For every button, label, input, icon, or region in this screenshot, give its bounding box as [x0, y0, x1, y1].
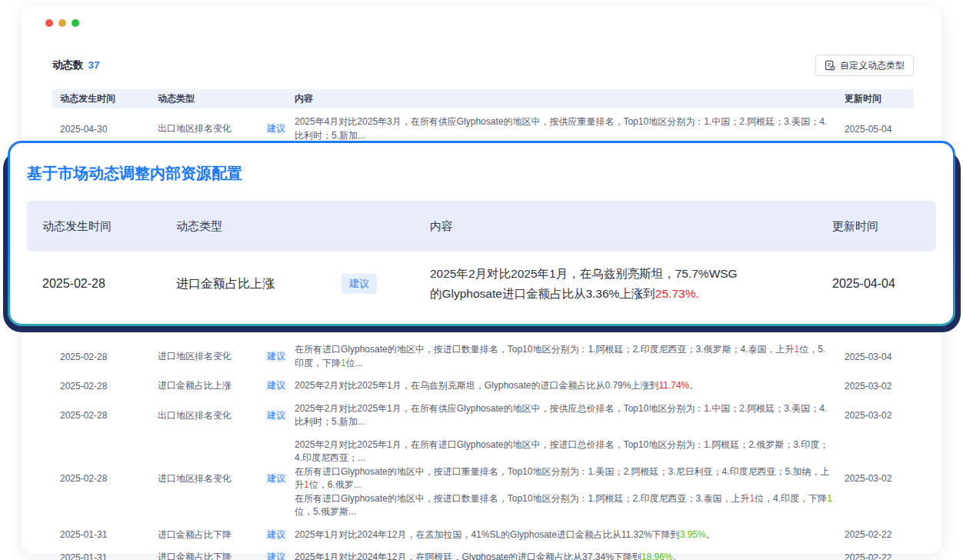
- overlay-row-updated: 2025-04-04: [832, 277, 921, 291]
- col-header-time: 动态发生时间: [52, 92, 158, 105]
- table-row[interactable]: 2025-02-28出口地区排名变化建议2025年2月对比2025年1月，在所有…: [52, 398, 914, 434]
- row-type: 进口地区排名变化: [158, 472, 265, 485]
- table-row[interactable]: 2025-01-31进口金额占比下降建议2025年1月对比2024年12月，在孟…: [52, 524, 914, 547]
- customize-dynamic-type-button[interactable]: 自定义动态类型: [815, 55, 914, 76]
- row-type: 进口金额占比下降: [158, 551, 265, 560]
- row-time: 2025-02-28: [52, 473, 158, 484]
- overlay-col-header-content: 内容: [430, 219, 832, 234]
- overlay-row-time: 2025-02-28: [42, 277, 176, 291]
- overlay-row-content: 2025年2月对比2025年1月，在乌兹别亮斯坦，75.7%WSG的Glypho…: [430, 264, 832, 304]
- suggestion-tag: 建议: [265, 410, 287, 421]
- row-content: 在所有进口Glyphosate的地区中，按进口数量排名，Top10地区分别为：1…: [295, 343, 845, 370]
- row-updated: 2025-03-02: [845, 473, 914, 484]
- window-controls: [45, 19, 79, 27]
- suggestion-tag: 建议: [265, 380, 287, 391]
- table-row[interactable]: 2025-02-28进口金额占比上涨建议2025年2月对比2025年1月，在乌兹…: [52, 375, 914, 398]
- row-updated: 2025-05-04: [845, 124, 914, 135]
- row-updated: 2025-02-22: [845, 529, 914, 540]
- highlight-panel-body: 基于市场动态调整内部资源配置 动态发生时间 动态类型 内容 更新时间 2025-…: [10, 143, 953, 324]
- row-time: 2025-01-31: [52, 529, 158, 540]
- suggestion-tag: 建议: [265, 351, 287, 362]
- suggestion-tag: 建议: [265, 123, 287, 134]
- table-row[interactable]: 2025-02-28进口地区排名变化建议2025年2月对比2025年1月，在所有…: [52, 434, 914, 524]
- suggestion-tag: 建议: [265, 529, 287, 540]
- overlay-table-row[interactable]: 2025-02-28 进口金额占比上涨 建议 2025年2月对比2025年1月，…: [27, 252, 936, 316]
- row-content: 2025年1月对比2024年12月，在阿根廷，Glyphosate的进口金额占比…: [295, 551, 845, 560]
- row-tag-cell: 建议: [265, 409, 295, 422]
- row-tag-cell: 建议: [265, 122, 295, 135]
- col-header-updated: 更新时间: [845, 92, 914, 105]
- row-time: 2025-02-28: [52, 381, 158, 392]
- overlay-col-header-type: 动态类型: [176, 219, 342, 234]
- row-content: 2025年1月对比2024年12月，在孟加拉国，41%SL的Glyphosate…: [295, 528, 845, 542]
- row-type: 出口地区排名变化: [158, 409, 265, 422]
- dynamics-count-label: 动态数: [52, 59, 84, 71]
- overlay-title: 基于市场动态调整内部资源配置: [27, 163, 936, 184]
- maximize-window-button[interactable]: [72, 19, 79, 27]
- row-time: 2025-02-28: [52, 352, 158, 362]
- row-tag-cell: 建议: [265, 528, 295, 542]
- row-tag-cell: 建议: [265, 379, 295, 392]
- customize-button-label: 自定义动态类型: [840, 59, 905, 72]
- table-header-row: 动态发生时间 动态类型 内容 更新时间: [52, 89, 914, 108]
- row-content: 2025年2月对比2025年1月，在所有进口Glyphosate的地区中，按进口…: [295, 438, 845, 519]
- row-type: 进口地区排名变化: [158, 350, 265, 363]
- row-time: 2025-04-30: [52, 124, 158, 135]
- row-tag-cell: 建议: [265, 350, 295, 363]
- row-tag-cell: 建议: [265, 551, 295, 560]
- row-updated: 2025-03-02: [845, 381, 914, 392]
- toolbar: 动态数37 自定义动态类型: [52, 54, 914, 77]
- overlay-row-type: 进口金额占比上涨: [176, 276, 342, 292]
- row-updated: 2025-03-04: [845, 352, 914, 362]
- row-content: 2025年2月对比2025年1月，在乌兹别克斯坦，Glyphosate的进口金额…: [295, 379, 845, 393]
- overlay-row-tag-cell: 建议: [342, 274, 430, 294]
- row-updated: 2025-02-22: [845, 552, 914, 560]
- suggestion-tag: 建议: [342, 274, 377, 294]
- suggestion-tag: 建议: [265, 552, 287, 560]
- row-tag-cell: 建议: [265, 472, 295, 485]
- overlay-col-header-time: 动态发生时间: [42, 219, 176, 234]
- highlight-panel: 基于市场动态调整内部资源配置 动态发生时间 动态类型 内容 更新时间 2025-…: [8, 141, 955, 326]
- row-content: 2025年2月对比2025年1月，在所有供应Glyphosate的地区中，按供应…: [295, 402, 845, 429]
- minimize-window-button[interactable]: [58, 19, 66, 27]
- table-row[interactable]: 2025-02-28进口地区排名变化建议在所有进口Glyphosate的地区中，…: [52, 338, 914, 375]
- row-content: 2025年4月对比2025年3月，在所有供应Glyphosate的地区中，按供应…: [295, 115, 845, 142]
- row-type: 进口金额占比上涨: [158, 379, 265, 392]
- overlay-table-header: 动态发生时间 动态类型 内容 更新时间: [27, 201, 936, 252]
- col-header-type: 动态类型: [158, 92, 295, 105]
- table-row[interactable]: 2025-01-31进口金额占比下降建议2025年1月对比2024年12月，在阿…: [52, 546, 914, 560]
- col-header-content: 内容: [295, 92, 845, 106]
- row-time: 2025-02-28: [52, 410, 158, 421]
- close-window-button[interactable]: [45, 19, 53, 27]
- row-type: 进口金额占比下降: [158, 528, 265, 542]
- dynamics-count-value: 37: [88, 59, 100, 71]
- dynamics-count: 动态数37: [52, 58, 100, 72]
- suggestion-tag: 建议: [265, 473, 287, 484]
- overlay-col-header-updated: 更新时间: [832, 219, 921, 234]
- customize-document-gear-icon: [825, 60, 835, 71]
- row-type: 出口地区排名变化: [158, 122, 265, 135]
- row-time: 2025-01-31: [52, 552, 158, 560]
- page: 动态数37 自定义动态类型 动态发生时间 动态类型: [0, 0, 963, 560]
- row-updated: 2025-03-02: [845, 410, 914, 421]
